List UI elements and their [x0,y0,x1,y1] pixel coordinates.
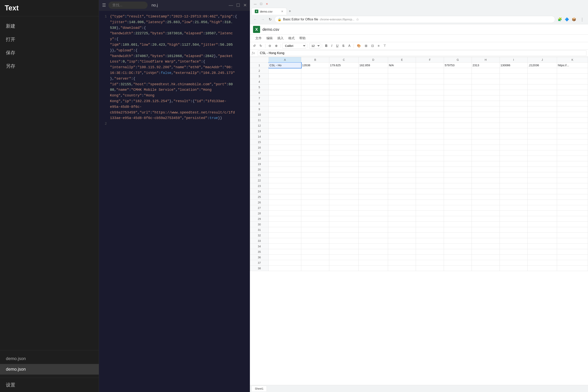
cell-H21[interactable] [472,172,500,178]
cell-I14[interactable] [500,134,528,139]
cell-I12[interactable] [500,123,528,128]
cell-I24[interactable] [500,189,528,194]
cell-I36[interactable] [500,254,528,260]
cell-B12[interactable] [301,123,329,128]
cell-H16[interactable] [472,145,500,150]
border-button[interactable]: ⊞ [363,43,369,48]
cell-F5[interactable] [416,84,444,90]
underline-button[interactable]: U [334,43,340,48]
undo-button[interactable]: ↺ [252,43,257,48]
cell-C11[interactable] [329,118,358,123]
cell-I11[interactable] [500,118,528,123]
cell-A24[interactable] [268,189,301,194]
cell-K23[interactable] [557,183,588,189]
cell-F36[interactable] [416,254,444,260]
cell-G8[interactable] [444,101,472,106]
cell-B19[interactable] [301,161,329,167]
cell-C3[interactable] [329,74,358,79]
cell-K33[interactable] [557,238,588,244]
cell-I23[interactable] [500,183,528,189]
cell-I2[interactable] [500,68,528,74]
cell-E24[interactable] [388,189,416,194]
cell-D25[interactable] [358,194,388,200]
cell-F33[interactable] [416,238,444,244]
cell-H9[interactable] [472,106,500,112]
cell-H27[interactable] [472,205,500,211]
cell-C25[interactable] [329,194,358,200]
cell-A37[interactable] [268,260,301,266]
cell-F32[interactable] [416,233,444,238]
cell-A18[interactable] [268,156,301,161]
cell-B3[interactable] [301,74,329,79]
cell-G11[interactable] [444,118,472,123]
cell-H18[interactable] [472,156,500,161]
cell-E38[interactable] [388,266,416,271]
cell-B29[interactable] [301,216,329,222]
cell-B27[interactable] [301,205,329,211]
cell-K16[interactable] [557,145,588,150]
cell-D19[interactable] [358,161,388,167]
cell-B24[interactable] [301,189,329,194]
cell-H23[interactable] [472,183,500,189]
cell-G16[interactable] [444,145,472,150]
cell-J12[interactable] [528,123,557,128]
menu-format[interactable]: 格式 [286,35,297,42]
cell-E2[interactable] [388,68,416,74]
cell-K7[interactable] [557,96,588,101]
cell-G21[interactable] [444,172,472,178]
cell-C19[interactable] [329,161,358,167]
cell-B4[interactable] [301,79,329,84]
cell-D29[interactable] [358,216,388,222]
cell-H30[interactable] [472,222,500,227]
nav-item-open[interactable]: 打开 [0,33,99,46]
col-header-K[interactable]: K [557,57,588,62]
cell-I5[interactable] [500,84,528,90]
cell-I4[interactable] [500,79,528,84]
browser-tab-csv[interactable]: X demo.csv ✕ [252,8,287,15]
cell-J5[interactable] [528,84,557,90]
cell-A19[interactable] [268,161,301,167]
cell-C15[interactable] [329,139,358,145]
cell-A10[interactable] [268,112,301,118]
cell-B2[interactable] [301,68,329,74]
cell-E27[interactable] [388,205,416,211]
cell-I19[interactable] [500,161,528,167]
cell-G12[interactable] [444,123,472,128]
cell-A16[interactable] [268,145,301,150]
settings-item[interactable]: 设置 [0,378,99,392]
cell-J13[interactable] [528,128,557,134]
cell-J37[interactable] [528,260,557,266]
cell-J1[interactable]: .212036 [528,62,557,68]
nav-item-save-as[interactable]: 另存 [0,60,99,73]
cell-F28[interactable] [416,211,444,216]
cell-A25[interactable] [268,194,301,200]
cell-C21[interactable] [329,172,358,178]
cell-A4[interactable] [268,79,301,84]
cell-E31[interactable] [388,227,416,233]
browser-menu-button[interactable]: ⋮ [578,16,586,22]
cell-C34[interactable] [329,244,358,249]
menu-insert[interactable]: 插入 [275,35,286,42]
cell-C38[interactable] [329,266,358,271]
cell-J6[interactable] [528,90,557,96]
cell-F14[interactable] [416,134,444,139]
cell-K37[interactable] [557,260,588,266]
cell-F26[interactable] [416,200,444,205]
cell-J33[interactable] [528,238,557,244]
cell-K3[interactable] [557,74,588,79]
cell-D13[interactable] [358,128,388,134]
cell-C33[interactable] [329,238,358,244]
cell-J24[interactable] [528,189,557,194]
cell-F6[interactable] [416,90,444,96]
cell-E22[interactable] [388,178,416,183]
cell-C2[interactable] [329,68,358,74]
cell-B1[interactable]: 13538 [301,62,329,68]
cell-A30[interactable] [268,222,301,227]
cell-A33[interactable] [268,238,301,244]
cell-J4[interactable] [528,79,557,84]
cell-D8[interactable] [358,101,388,106]
cell-B36[interactable] [301,254,329,260]
file-item-1[interactable]: demo.json [0,354,99,364]
cell-I26[interactable] [500,200,528,205]
cell-G31[interactable] [444,227,472,233]
